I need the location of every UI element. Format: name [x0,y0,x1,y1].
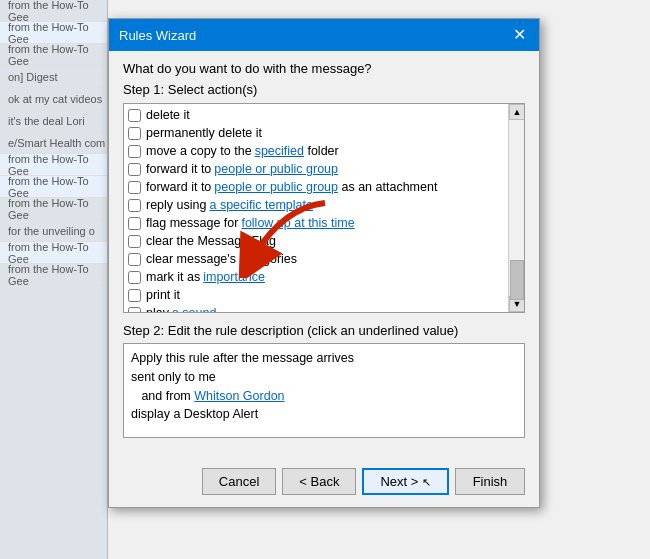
bg-row: on] Digest [0,66,107,88]
sound-link[interactable]: a sound [172,306,216,312]
actions-checklist[interactable]: delete it permanently delete it move a c… [123,103,525,313]
checkbox-clear-categories[interactable] [128,253,141,266]
dialog-titlebar: Rules Wizard ✕ [109,19,539,51]
dialog-footer: Cancel < Back Next > ↖ Finish [109,460,539,507]
list-item[interactable]: forward it to people or public group [124,160,524,178]
checkbox-perm-delete[interactable] [128,127,141,140]
rules-wizard-dialog: Rules Wizard ✕ What do you want to do wi… [108,18,540,508]
bg-row: from the How-To Gee [0,154,107,176]
step2-label: Step 2: Edit the rule description (click… [123,323,525,338]
step1-label: Step 1: Select action(s) [123,82,525,97]
bg-row: from the How-To Gee [0,0,107,22]
next-button-label: Next > [380,474,418,489]
dialog-question: What do you want to do with the message? [123,61,525,76]
bg-row: e/Smart Health com [0,132,107,154]
checkbox-forward-attach[interactable] [128,181,141,194]
checkbox-clear-flag[interactable] [128,235,141,248]
checklist-scrollbar[interactable]: ▲ ▼ [508,104,524,312]
list-item[interactable]: print it [124,286,524,304]
cursor-icon: ↖ [422,476,431,488]
bg-row: for the unveiling o [0,220,107,242]
people-group-attach-link[interactable]: people or public group [214,180,338,194]
checklist-inner: delete it permanently delete it move a c… [124,104,524,312]
dialog-title: Rules Wizard [119,28,196,43]
bg-row: from the How-To Gee [0,176,107,198]
list-item[interactable]: flag message for follow up at this time [124,214,524,232]
list-item[interactable]: clear the Message Flag [124,232,524,250]
step2-description-box: Apply this rule after the message arrive… [123,343,525,438]
whitson-gordon-link[interactable]: Whitson Gordon [194,389,284,403]
list-item[interactable]: forward it to people or public group as … [124,178,524,196]
list-item[interactable]: reply using a specific template [124,196,524,214]
checkbox-reply-template[interactable] [128,199,141,212]
bg-row: ok at my cat videos [0,88,107,110]
bg-row: from the How-To Gee [0,198,107,220]
step2-line2: sent only to me [131,368,517,387]
email-list-left-col: from the How-To Gee from the How-To Gee … [0,0,108,559]
list-item[interactable]: clear message's categories [124,250,524,268]
checkbox-print-it[interactable] [128,289,141,302]
checkbox-move-copy[interactable] [128,145,141,158]
back-button[interactable]: < Back [282,468,356,495]
checkbox-delete-it[interactable] [128,109,141,122]
step2-line4: display a Desktop Alert [131,405,517,424]
scroll-thumb[interactable] [510,260,524,300]
followup-link[interactable]: follow up at this time [241,216,354,230]
scroll-up-button[interactable]: ▲ [509,104,525,120]
cancel-button[interactable]: Cancel [202,468,276,495]
bg-row: from the How-To Gee [0,22,107,44]
list-item[interactable]: delete it [124,106,524,124]
checkbox-flag-followup[interactable] [128,217,141,230]
bg-row: from the How-To Gee [0,242,107,264]
dialog-body: What do you want to do with the message?… [109,51,539,460]
list-item[interactable]: mark it as importance [124,268,524,286]
checkbox-mark-importance[interactable] [128,271,141,284]
close-button[interactable]: ✕ [509,25,529,45]
checkbox-play-sound[interactable] [128,307,141,313]
next-button[interactable]: Next > ↖ [362,468,449,495]
specific-template-link[interactable]: a specific template [209,198,313,212]
bg-row: from the How-To Gee [0,264,107,286]
list-item[interactable]: permanently delete it [124,124,524,142]
step2-line1: Apply this rule after the message arrive… [131,349,517,368]
bg-row: it's the deal Lori [0,110,107,132]
step2-line3: and from Whitson Gordon [131,387,517,406]
list-item[interactable]: play a sound [124,304,524,312]
bg-row: from the How-To Gee [0,44,107,66]
list-item[interactable]: move a copy to the specified folder [124,142,524,160]
scroll-track [509,120,524,296]
importance-link[interactable]: importance [203,270,265,284]
specified-link[interactable]: specified [255,144,304,158]
checkbox-forward-group[interactable] [128,163,141,176]
people-group-link[interactable]: people or public group [214,162,338,176]
finish-button[interactable]: Finish [455,468,525,495]
